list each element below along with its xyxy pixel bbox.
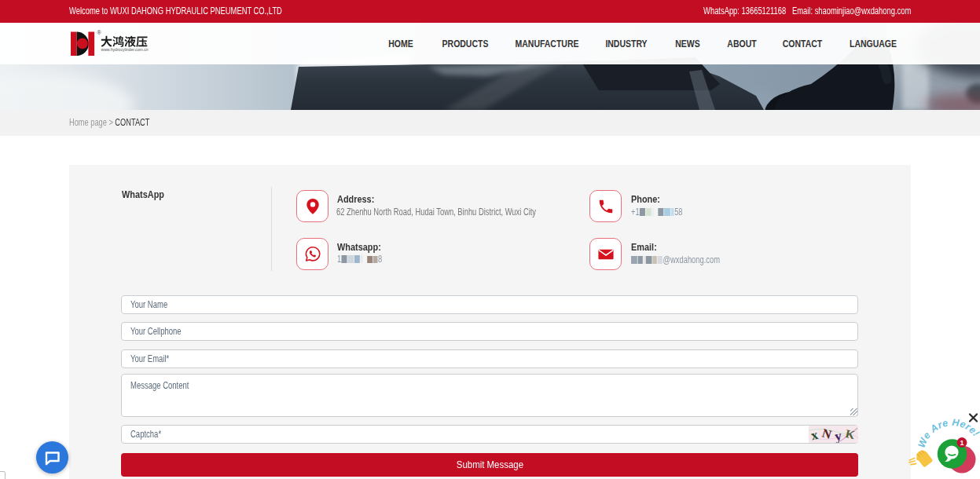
svg-text:1: 1 [960,439,963,447]
svg-text:www.hydrocylinder.com.cn: www.hydrocylinder.com.cn [101,46,149,51]
svg-text:®: ® [97,30,102,35]
